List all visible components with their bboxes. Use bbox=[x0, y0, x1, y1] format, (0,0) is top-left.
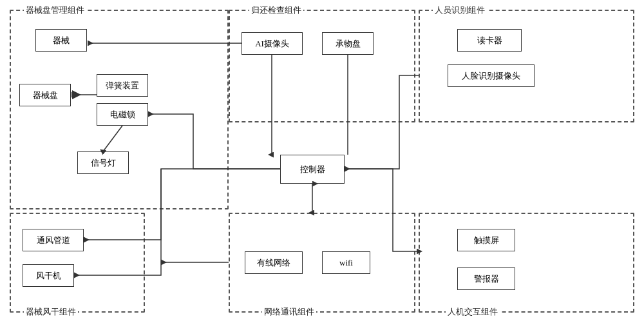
group-label-hmi: 人机交互组件 bbox=[446, 306, 500, 318]
comp-spring: 弹簧装置 bbox=[97, 74, 148, 97]
diagram-container: 器械盘管理组件 归还检查组件 人员识别组件 器械风干组件 网络通讯组件 人机交互… bbox=[0, 0, 644, 330]
comp-ventilation: 通风管道 bbox=[23, 229, 84, 251]
comp-controller: 控制器 bbox=[280, 155, 345, 184]
group-label-return-check: 归还检查组件 bbox=[249, 5, 303, 16]
comp-alarm: 警报器 bbox=[457, 267, 515, 290]
comp-face-camera: 人脸识别摄像头 bbox=[448, 64, 535, 87]
group-hmi: 人机交互组件 bbox=[419, 213, 634, 313]
group-label-drying: 器械风干组件 bbox=[24, 306, 78, 318]
comp-instrument-tray: 器械盘 bbox=[19, 84, 71, 106]
comp-dryer: 风干机 bbox=[23, 264, 74, 287]
comp-ai-camera: AI摄像头 bbox=[242, 32, 303, 55]
group-drying: 器械风干组件 bbox=[10, 213, 145, 313]
comp-wifi: wifi bbox=[322, 251, 370, 274]
comp-em-lock: 电磁锁 bbox=[97, 103, 148, 126]
group-return-check: 归还检查组件 bbox=[229, 10, 415, 122]
comp-card-reader: 读卡器 bbox=[457, 29, 522, 52]
comp-touch-screen: 触摸屏 bbox=[457, 229, 515, 251]
comp-wired-network: 有线网络 bbox=[245, 251, 303, 274]
group-label-person-identify: 人员识别组件 bbox=[433, 5, 487, 16]
group-label-network: 网络通讯组件 bbox=[262, 306, 316, 318]
comp-instrument: 器械 bbox=[35, 29, 87, 52]
comp-signal-light: 信号灯 bbox=[77, 151, 129, 174]
group-label-instrument-management: 器械盘管理组件 bbox=[24, 5, 86, 16]
comp-tray: 承物盘 bbox=[322, 32, 374, 55]
